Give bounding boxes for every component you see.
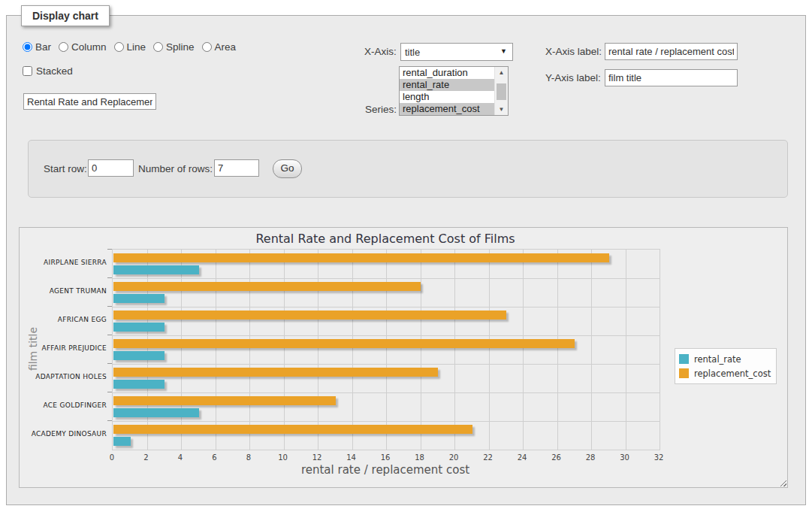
y-tick-mark <box>107 420 112 421</box>
gridline <box>454 250 455 450</box>
series-option-rental_rate[interactable]: rental_rate <box>400 79 508 91</box>
legend-row: rental_rate <box>679 352 771 366</box>
series-listbox[interactable]: rental_durationrental_ratelengthreplacem… <box>399 66 509 116</box>
legend-swatch <box>679 354 689 364</box>
x-tick-label: 12 <box>312 453 322 462</box>
y-axis-label-field-label: Y-Axis label: <box>545 72 601 83</box>
category-label: AGENT TRUMAN <box>23 287 107 295</box>
chart-legend: rental_ratereplacement_cost <box>675 348 777 384</box>
chart-type-option-spline[interactable]: Spline <box>153 41 195 53</box>
stacked-label-text: Stacked <box>36 65 73 77</box>
chart-type-option-column[interactable]: Column <box>59 41 107 53</box>
series-field-label: Series: <box>365 104 397 115</box>
chart-type-option-line[interactable]: Line <box>114 41 146 53</box>
number-of-rows-input[interactable] <box>214 159 259 177</box>
gridline <box>489 250 490 450</box>
stacked-label[interactable]: Stacked <box>23 65 73 77</box>
x-axis-field-label: X-Axis: <box>364 46 397 57</box>
gridline <box>591 250 592 450</box>
gridline <box>113 392 660 393</box>
chart-type-radio-bar[interactable] <box>23 42 32 52</box>
x-tick-label: 24 <box>518 453 527 462</box>
bar-rental_rate <box>113 408 199 417</box>
chart-type-radio-column[interactable] <box>59 42 68 52</box>
bar-rental_rate <box>113 437 131 446</box>
gridline <box>352 250 353 450</box>
x-tick-label: 4 <box>178 453 183 462</box>
series-option-rental_duration[interactable]: rental_duration <box>400 67 508 79</box>
chart-type-option-area[interactable]: Area <box>202 41 237 53</box>
chart-title: Rental Rate and Replacement Cost of Film… <box>112 232 659 246</box>
gridline <box>113 421 660 422</box>
chart-type-radio-label: Bar <box>35 41 51 53</box>
x-tick-label: 8 <box>246 453 251 462</box>
bar-replacement_cost <box>113 253 609 262</box>
y-axis-title: film title <box>27 315 39 383</box>
bar-rental_rate <box>113 323 165 332</box>
category-label: ACADEMY DINOSAUR <box>23 430 107 438</box>
chart-type-radio-area[interactable] <box>202 42 212 52</box>
chart-container: Rental Rate and Replacement Cost of Film… <box>19 227 788 488</box>
category-label: ACE GOLDFINGER <box>23 401 107 409</box>
chart-type-radio-label: Spline <box>166 41 195 53</box>
chart-title-input[interactable] <box>23 93 156 110</box>
chart-type-radio-label: Column <box>71 41 107 53</box>
x-tick-label: 28 <box>586 453 596 462</box>
fieldset-legend: Display chart <box>21 5 110 26</box>
x-tick-label: 20 <box>449 453 459 462</box>
bar-rental_rate <box>113 351 165 360</box>
chart-type-radio-group: BarColumnLineSplineArea <box>23 41 243 53</box>
x-tick-label: 2 <box>143 453 148 462</box>
x-tick-label: 14 <box>346 453 356 462</box>
category-label: AIRPLANE SIERRA <box>23 259 107 266</box>
gridline <box>147 250 148 450</box>
scrollbar-down-arrow-icon[interactable]: ▼ <box>495 104 508 115</box>
gridline <box>626 250 626 450</box>
bar-replacement_cost <box>113 282 421 291</box>
y-axis-label-input[interactable] <box>605 69 738 86</box>
gridline <box>318 250 318 450</box>
scrollbar-thumb[interactable] <box>497 83 506 100</box>
x-tick-label: 26 <box>551 453 561 462</box>
start-row-label: Start row: <box>44 163 87 174</box>
bar-replacement_cost <box>113 339 575 348</box>
series-option-replacement_cost[interactable]: replacement_cost <box>400 103 508 115</box>
x-tick-label: 16 <box>381 453 391 462</box>
chart-type-radio-label: Area <box>215 41 237 53</box>
gridline <box>249 250 250 450</box>
gridline <box>557 250 558 450</box>
x-axis-select[interactable]: title <box>400 43 513 61</box>
chart-type-radio-spline[interactable] <box>153 42 163 52</box>
gridline <box>181 250 182 450</box>
chart-plot-area <box>112 249 660 450</box>
gridline <box>113 364 660 365</box>
go-button[interactable]: Go <box>273 159 302 178</box>
bar-replacement_cost <box>113 311 506 320</box>
resize-handle-icon[interactable] <box>778 478 786 486</box>
gridline <box>523 250 524 450</box>
listbox-scrollbar[interactable]: ▲ ▼ <box>494 67 508 115</box>
start-row-input[interactable] <box>88 159 134 177</box>
gridline <box>113 307 660 308</box>
y-tick-mark <box>107 306 112 307</box>
bar-rental_rate <box>113 380 165 389</box>
series-option-length[interactable]: length <box>400 91 508 103</box>
stacked-checkbox[interactable] <box>23 66 32 76</box>
legend-label: rental_rate <box>694 354 741 365</box>
y-tick-mark <box>107 335 112 335</box>
page: Display chart BarColumnLineSplineArea St… <box>0 0 812 512</box>
legend-swatch <box>679 368 689 378</box>
gridline <box>284 250 285 450</box>
x-tick-label: 10 <box>278 453 288 462</box>
gridline <box>113 278 660 279</box>
y-tick-mark <box>107 392 112 392</box>
scrollbar-up-arrow-icon[interactable]: ▲ <box>495 67 508 78</box>
y-tick-mark <box>107 277 112 278</box>
chart-type-radio-line[interactable] <box>114 42 124 52</box>
x-axis-label-input[interactable] <box>605 43 738 60</box>
chart-type-option-bar[interactable]: Bar <box>23 41 51 53</box>
x-tick-label: 0 <box>110 453 114 462</box>
legend-row: replacement_cost <box>679 366 771 380</box>
x-axis-title: rental rate / replacement cost <box>112 463 659 477</box>
x-tick-label: 30 <box>620 453 629 462</box>
